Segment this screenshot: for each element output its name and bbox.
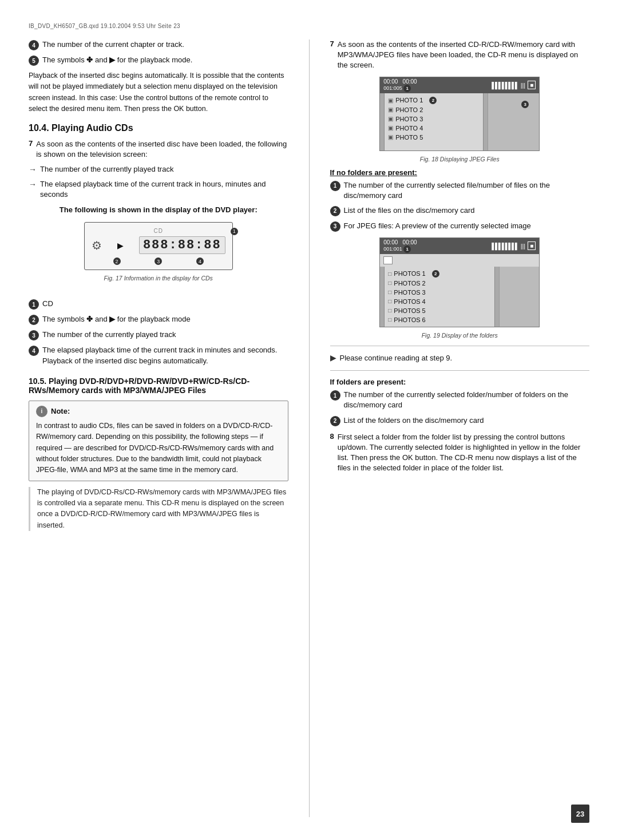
arrow-continue: ▶ <box>330 353 336 362</box>
screen2-header: 00:00 00:00 001:001 1 ▌▌▌▌▌▌▌▌ ||| ■ <box>380 238 539 254</box>
play-icon: ▶ <box>117 241 124 250</box>
symbols-item-row: 2 The symbols ✤ and ▶ for the playback m… <box>29 314 288 325</box>
screen2-body: □ PHOTOS 1 2 □ PHOTOS 2 □ PHOTOS 3 <box>380 267 539 327</box>
screen1-item-1: ▣ PHOTO 1 2 <box>388 96 480 105</box>
circle-5: 5 <box>29 56 39 66</box>
badge-list-2: 2 <box>429 97 437 104</box>
folder-icon-1: □ <box>388 271 391 277</box>
screen2-counter: 001:001 1 <box>383 245 417 253</box>
badge-3: 3 <box>154 257 162 265</box>
file-icon-1: ▣ <box>388 97 393 104</box>
display-nums: 2 3 4 <box>92 257 225 265</box>
scrollbar-left-2 <box>380 267 385 327</box>
dvd-display-area: CD ⚙ ▶ 888:88:88 2 3 <box>29 222 288 282</box>
no-folder-item-1: 1 The number of the currently selected f… <box>330 180 590 201</box>
step-8-right: 8 First select a folder from the folder … <box>330 432 590 474</box>
please-continue-text: Please continue reading at step 9. <box>340 353 453 363</box>
folder-icon-3: □ <box>388 289 391 295</box>
badge-4: 4 <box>196 257 204 265</box>
note-title: i Note: <box>36 406 281 417</box>
disp-num-2: 2 <box>113 257 121 265</box>
disp-num-3: 3 <box>154 257 162 265</box>
folder-item-2-text: List of the folders on the disc/memory c… <box>344 415 484 426</box>
column-divider <box>309 39 310 817</box>
screen1-box: 00:00 00:00 001:005 1 ▌▌▌▌▌▌▌▌ ||| ■ <box>379 77 540 151</box>
badge-preview-3: 3 <box>521 101 529 108</box>
no-folder-item-3-text: For JPEG files: A preview of the current… <box>344 221 531 231</box>
screen1-file-4: PHOTO 4 <box>395 125 423 132</box>
cd-item-row: 1 CD <box>29 299 288 310</box>
folder-icon-2: □ <box>388 280 391 286</box>
no-folder-item-3: 3 For JPEG files: A preview of the curre… <box>330 221 590 232</box>
item-4-text: The number of the current chapter or tra… <box>42 39 184 50</box>
scrollbar-left-1 <box>380 93 385 150</box>
circle-nf-1: 1 <box>330 181 340 191</box>
display-subheading: The following is shown in the display of… <box>29 205 288 214</box>
gear-icon: ⚙ <box>92 239 102 252</box>
dvd-display-box: CD ⚙ ▶ 888:88:88 2 3 <box>84 222 233 270</box>
screen1-item-5: ▣ PHOTO 5 <box>388 133 480 142</box>
step-7-num: 7 <box>29 139 33 160</box>
item-5-text: The symbols ✤ and ▶ for the playback mod… <box>42 55 192 65</box>
folder-item-2: 2 List of the folders on the disc/memory… <box>330 415 590 426</box>
screen1-body: ▣ PHOTO 1 2 ▣ PHOTO 2 ▣ PHOTO 3 <box>380 93 539 150</box>
screen1-file-1: PHOTO 1 <box>395 97 423 104</box>
circle-cd-4: 4 <box>29 346 39 356</box>
if-folders-heading: If folders are present: <box>330 378 590 386</box>
bullet-2-text: The elapsed playback time of the current… <box>40 179 288 200</box>
screen2-item-5: □ PHOTOS 5 <box>388 306 491 315</box>
screen2-file-3: PHOTOS 3 <box>394 289 425 296</box>
no-folder-item-2: 2 List of the files on the disc/memory c… <box>330 205 590 216</box>
screen2-box: 00:00 00:00 001:001 1 ▌▌▌▌▌▌▌▌ ||| ■ <box>379 237 540 327</box>
section-10-5-heading: 10.5. Playing DVD-R/DVD+R/DVD-RW/DVD+RW/… <box>29 377 288 395</box>
screen1-file-3: PHOTO 3 <box>395 116 423 122</box>
arrow-bullet-2: → <box>29 180 37 189</box>
page-number: 23 <box>571 805 589 823</box>
track-item-text: The number of the currently played track <box>42 330 176 340</box>
screen2-item-1: □ PHOTOS 1 2 <box>388 269 491 279</box>
arrow-bullet-1: → <box>29 165 37 174</box>
folder-icon-4: □ <box>388 298 391 304</box>
step-7-text: As soon as the contents of the inserted … <box>36 139 288 160</box>
screen-vol-2: ||| <box>521 243 526 249</box>
item-5-row: 5 The symbols ✤ and ▶ for the playback m… <box>29 55 288 66</box>
folder-icon-6: □ <box>388 316 391 323</box>
screen1-container: 00:00 00:00 001:005 1 ▌▌▌▌▌▌▌▌ ||| ■ <box>330 77 590 163</box>
screen1-header-left: 00:00 00:00 001:005 1 <box>383 78 417 92</box>
step-8-num: 8 <box>330 432 334 474</box>
file-icon-5: ▣ <box>388 134 393 140</box>
circle-f-2: 2 <box>330 416 340 426</box>
badge-2: 2 <box>113 257 121 265</box>
dvd-display-main: ⚙ ▶ 888:88:88 <box>92 236 225 254</box>
file-icon-4: ▣ <box>388 125 393 131</box>
file-icon-3: ▣ <box>388 116 393 122</box>
please-continue-row: ▶ Please continue reading at step 9. <box>330 353 590 363</box>
folder-top-item <box>383 256 393 264</box>
screen1-counter: 001:005 1 <box>383 85 417 92</box>
step-7-right: 7 As soon as the contents of the inserte… <box>330 39 590 71</box>
screen2-file-1: PHOTOS 1 <box>394 270 425 277</box>
screen1-preview: 3 <box>488 93 539 150</box>
screen1-header: 00:00 00:00 001:005 1 ▌▌▌▌▌▌▌▌ ||| ■ <box>380 77 539 93</box>
divider-after-fig19 <box>330 346 590 346</box>
screen2-item-6: □ PHOTOS 6 <box>388 315 491 324</box>
folder-item-1: 1 The number of the currently selected f… <box>330 390 590 410</box>
indent-block: The playing of DVD/CD-Rs/CD-RWs/memory c… <box>29 487 288 532</box>
step-7-right-num: 7 <box>330 39 334 71</box>
symbols-item-text: The symbols ✤ and ▶ for the playback mod… <box>42 314 191 324</box>
no-folder-item-1-text: The number of the currently selected fil… <box>344 180 590 201</box>
screen2-file-2: PHOTOS 2 <box>394 280 425 287</box>
screen1-list: ▣ PHOTO 1 2 ▣ PHOTO 2 ▣ PHOTO 3 <box>385 93 483 150</box>
page-container: IB_DVD_KH6507_GB.qxd 19.10.2004 9:53 Uhr… <box>0 0 618 840</box>
folder-icon-5: □ <box>388 307 391 314</box>
track-item-row: 3 The number of the currently played tra… <box>29 330 288 340</box>
screen-bars-2: ▌▌▌▌▌▌▌▌ <box>492 243 518 249</box>
dvd-display-top: CD <box>92 227 225 234</box>
screen2-list: □ PHOTOS 1 2 □ PHOTOS 2 □ PHOTOS 3 <box>385 267 494 327</box>
section-10-4-heading: 10.4. Playing Audio CDs <box>29 123 288 133</box>
badge-1-display: 1 <box>231 228 238 235</box>
screen1-file-2: PHOTO 2 <box>395 106 423 113</box>
no-folder-item-2-text: List of the files on the disc/memory car… <box>344 205 475 216</box>
step-7-right-text: As soon as the contents of the inserted … <box>338 39 589 71</box>
screen1-item-3: ▣ PHOTO 3 <box>388 114 480 124</box>
